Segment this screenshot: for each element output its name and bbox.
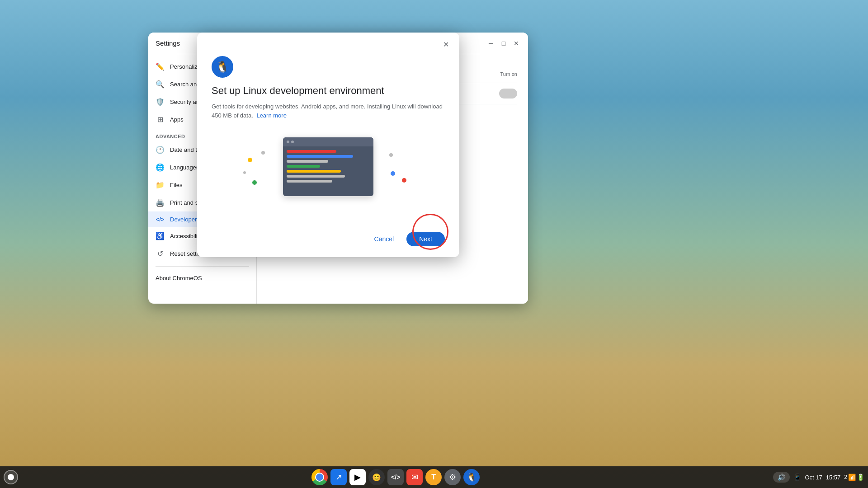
modal-header: ✕ (197, 33, 459, 56)
taskbar: ↗ ▶ 😊 </> ✉ T ⚙ (0, 466, 868, 488)
apps-icon: ⊞ (156, 115, 165, 124)
taskbar-time: 15:57 (826, 474, 841, 481)
sidebar-item-label: Files (170, 182, 182, 188)
phone-icon: 📱 (793, 474, 801, 481)
chrome-icon (311, 469, 328, 485)
taskbar-terminal[interactable]: 😊 (368, 469, 385, 485)
speaker-icon: 🔊 (778, 474, 785, 481)
code-line-1 (287, 150, 336, 153)
files-icon: 📁 (156, 181, 165, 189)
taskbar-user[interactable]: T (425, 469, 442, 485)
dot-red (402, 178, 406, 183)
date-time-icon: 🕐 (156, 145, 165, 154)
minimize-button[interactable]: ─ (486, 39, 495, 48)
code-dot-1 (287, 141, 289, 143)
code-window-bar (283, 137, 373, 146)
modal-container: ✕ 🐧 Set up Linux development environment… (197, 33, 459, 257)
dot-blue (391, 171, 395, 176)
launcher-button[interactable] (4, 470, 18, 484)
taskbar-play-store[interactable]: ▶ (349, 469, 366, 485)
code-line-4 (287, 165, 320, 168)
reset-icon: ↺ (156, 249, 165, 258)
code-line-3 (287, 160, 328, 163)
taskbar-right: 🔊 📱 Oct 17 15:57 2 📶 🔋 (773, 472, 864, 483)
dot-gray-1 (261, 151, 265, 155)
window-title: Settings (156, 39, 180, 47)
code-content (283, 146, 373, 188)
modal-close-button[interactable]: ✕ (439, 38, 452, 51)
developers-icon: </> (156, 216, 165, 223)
print-icon: 🖨️ (156, 198, 165, 207)
wifi-icon: 📶 (848, 474, 856, 481)
code-line-5 (287, 170, 341, 173)
security-icon: 🛡️ (156, 98, 165, 106)
penguin-icon: 🐧 (467, 472, 476, 482)
code-window (283, 137, 373, 196)
dot-green (252, 180, 257, 185)
taskbar-settings[interactable]: ⚙ (444, 469, 461, 485)
learn-more-link[interactable]: Learn more (256, 112, 286, 119)
code-icon: </> (391, 474, 400, 481)
taskbar-center: ↗ ▶ 😊 </> ✉ T ⚙ (311, 469, 480, 485)
terminal-icon: 😊 (372, 473, 381, 482)
code-line-6 (287, 175, 345, 178)
accessibility-icon: ♿ (156, 232, 165, 240)
sidebar-item-label: Apps (170, 116, 184, 123)
personalization-icon: ✏️ (156, 62, 165, 71)
taskbar-left (4, 470, 18, 484)
battery-icon: 🔋 (857, 474, 864, 481)
taskbar-chrome[interactable] (311, 469, 328, 485)
dot-yellow (248, 158, 252, 162)
notification-count: 2 (844, 474, 847, 480)
about-chromeos-label: About ChromeOS (156, 275, 202, 282)
dot-gray-3 (243, 171, 246, 174)
modal-title: Set up Linux development environment (212, 85, 445, 97)
linux-logo: 🐧 (212, 56, 233, 78)
battery-indicator[interactable]: 2 📶 🔋 (844, 474, 864, 481)
audio-control[interactable]: 🔊 (773, 472, 790, 483)
sidebar-divider (156, 266, 249, 267)
modal-footer: Cancel Next (197, 232, 459, 257)
turn-on-label: Turn on (500, 71, 517, 77)
code-line-7 (287, 180, 332, 183)
close-button[interactable]: ✕ (512, 39, 521, 48)
taskbar-code[interactable]: </> (387, 469, 404, 485)
code-illustration (212, 131, 445, 203)
dot-gray-2 (389, 153, 393, 157)
next-button[interactable]: Next (406, 232, 445, 246)
languages-icon: 🌐 (156, 163, 165, 172)
launcher-icon (8, 474, 14, 480)
search-assistant-icon: 🔍 (156, 80, 165, 89)
modal-body: 🐧 Set up Linux development environment G… (197, 56, 459, 232)
modal-description: Get tools for developing websites, Andro… (212, 102, 445, 120)
mail-icon: ↗ (335, 472, 342, 482)
desktop: Settings 🔍 ─ □ ✕ ✏️ Personalization 🔍 (0, 0, 868, 488)
taskbar-mail[interactable]: ↗ (330, 469, 347, 485)
code-line-2 (287, 155, 353, 158)
user-icon: T (431, 473, 436, 481)
maximize-button[interactable]: □ (499, 39, 508, 48)
taskbar-penguin[interactable]: 🐧 (463, 469, 480, 485)
settings-gear-icon: ⚙ (449, 472, 456, 482)
cancel-button[interactable]: Cancel (365, 232, 403, 246)
email-icon: ✉ (411, 472, 418, 482)
window-controls: ─ □ ✕ (486, 39, 521, 48)
code-dot-2 (291, 141, 294, 143)
toggle-switch-2[interactable] (499, 89, 517, 99)
play-store-icon: ▶ (354, 472, 361, 482)
taskbar-email[interactable]: ✉ (406, 469, 423, 485)
sidebar-item-label: Developers (170, 216, 200, 223)
sidebar-item-about-chromeos[interactable]: About ChromeOS (148, 270, 253, 286)
taskbar-date: Oct 17 (805, 474, 822, 481)
